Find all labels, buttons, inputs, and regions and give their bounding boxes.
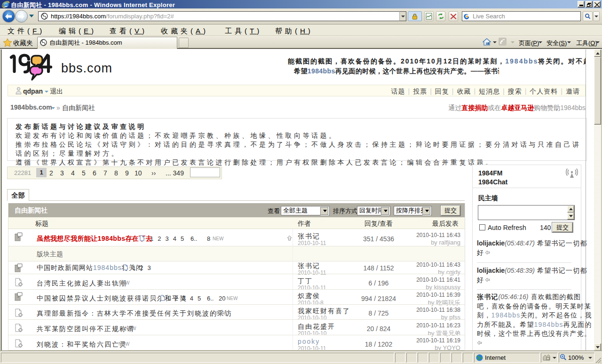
svg-text:bbs.com: bbs.com [61, 61, 112, 75]
